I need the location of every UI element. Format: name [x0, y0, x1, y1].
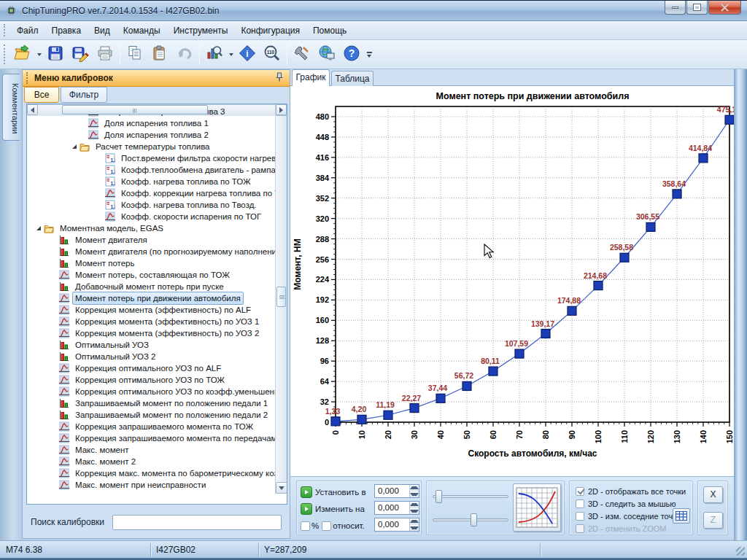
menu-правка[interactable]: Правка [45, 23, 88, 39]
tools-button[interactable] [290, 43, 314, 66]
data-point-marker[interactable] [673, 190, 681, 198]
calibration-search-input[interactable] [112, 515, 282, 530]
tree-item[interactable]: Коррекция момента (эффективность) по УОЗ… [27, 327, 275, 339]
menubar-grip[interactable] [4, 24, 7, 37]
menu-инструменты[interactable]: Инструменты [167, 23, 235, 39]
tree-item[interactable]: Момент потерь, составляющая по ТОЖ [27, 269, 275, 281]
chart-canvas[interactable]: Момент потерь при движении автомобиля032… [290, 86, 734, 476]
grid-table-button[interactable] [673, 508, 690, 524]
relative-value-spinbox[interactable]: 0,000 [374, 518, 419, 532]
pin-icon[interactable] [275, 71, 284, 85]
apply-set-button[interactable] [301, 486, 312, 498]
paste-button[interactable] [147, 43, 172, 66]
option-checkbox[interactable] [576, 487, 584, 496]
tree-item[interactable]: Коррекция оптимального УОЗ по ALF [27, 362, 275, 374]
apply-change-button[interactable] [301, 503, 312, 515]
tree-item[interactable]: Момент двигателя (по прогнозируемому нап… [27, 246, 275, 257]
save-as-button[interactable] [68, 43, 93, 66]
tree-item[interactable]: Макс. момент при неисправности [27, 479, 275, 491]
view-mode-button[interactable] [202, 43, 227, 66]
tree-item[interactable]: Доля испарения топлива 1 [27, 117, 275, 129]
view-mode-dropdown[interactable] [227, 43, 235, 66]
tree-item[interactable]: Коррекция момента (эффективность) по УОЗ… [27, 316, 275, 327]
tree-item[interactable]: Коэфф. коррекции нагрева топлива по ТС [27, 187, 275, 199]
data-point-marker[interactable] [699, 154, 708, 163]
tab-filter[interactable]: Фильтр [61, 87, 107, 103]
save-button[interactable] [43, 43, 68, 66]
tree-item[interactable]: Доля испарения топлива 2 [27, 129, 275, 141]
maximize-button[interactable] [686, 1, 708, 15]
tree-item[interactable]: Добавочный момент потерь при пуске [27, 281, 275, 292]
option-checkbox[interactable] [576, 512, 584, 521]
data-point-marker[interactable] [357, 415, 366, 424]
tree-item[interactable]: Коррекция оптимального УОЗ по коэфф.умен… [27, 386, 275, 397]
comments-side-tab[interactable]: Комментарии [2, 74, 20, 141]
tree-item[interactable]: Оптимальный УОЗ 2 [27, 351, 275, 362]
data-point-marker[interactable] [594, 281, 603, 290]
data-point-marker[interactable] [410, 404, 419, 413]
expand-arrow-icon[interactable] [36, 226, 41, 230]
tree-item[interactable]: Момент потерь [27, 257, 275, 269]
tree-item[interactable]: Макс. момент 2 [27, 456, 275, 467]
tree-item[interactable]: 1.2Коэфф. нагрева топлива по ТОЖ [27, 176, 275, 187]
data-point-marker[interactable] [515, 349, 524, 358]
scroll-down-button[interactable] [276, 482, 287, 494]
data-point-marker[interactable] [331, 417, 340, 426]
data-point-marker[interactable] [646, 222, 655, 231]
value-slider-2[interactable] [433, 513, 508, 526]
expand-arrow-icon[interactable] [72, 144, 77, 149]
data-point-marker[interactable] [489, 367, 498, 376]
tab-graph[interactable]: График [292, 69, 330, 86]
tree-item[interactable]: Момент двигателя [27, 234, 275, 246]
tree-item[interactable]: Коррекция запрашиваемого момента по ТОЖ [27, 421, 275, 432]
menu-помощь[interactable]: Помощь [306, 23, 353, 39]
toolbar-grip[interactable] [4, 44, 7, 64]
data-point-marker[interactable] [568, 306, 576, 315]
x-axis-button[interactable]: X [703, 486, 723, 503]
data-point-marker[interactable] [436, 394, 445, 402]
scroll-right-button[interactable] [276, 104, 287, 115]
relative-checkbox[interactable] [322, 521, 331, 531]
tree-item[interactable]: Коррекция момента (эффективность) по ALF [27, 304, 275, 316]
curve-preview-button[interactable] [513, 483, 561, 532]
tree-item[interactable]: Коррекция запрашиваемого момента по пере… [27, 432, 275, 444]
menu-вид[interactable]: Вид [88, 23, 117, 39]
data-point-marker[interactable] [725, 115, 734, 124]
menu-команды[interactable]: Команды [117, 23, 167, 39]
tree-item[interactable]: Макс. момент [27, 444, 275, 456]
online-button[interactable] [314, 43, 339, 66]
tree-item[interactable]: Расчет температуры топлива [27, 141, 275, 152]
resize-grip[interactable] [736, 547, 745, 556]
panel-grip[interactable] [26, 72, 30, 83]
z-axis-button[interactable]: Z [703, 512, 723, 529]
undo-button[interactable] [172, 43, 197, 66]
open-file-dropdown[interactable] [35, 43, 43, 66]
info-button[interactable]: i [235, 43, 260, 66]
data-point-marker[interactable] [620, 253, 629, 262]
change-value-spinbox[interactable]: 0,000 [374, 501, 419, 515]
value-slider-1[interactable] [433, 490, 508, 503]
tab-all[interactable]: Все [24, 87, 59, 103]
print-button[interactable] [93, 43, 117, 66]
open-file-button[interactable] [10, 43, 35, 66]
data-point-marker[interactable] [541, 330, 550, 338]
percent-checkbox[interactable] [301, 521, 310, 531]
tree-item[interactable]: Коэфф. скорости испарения по ТОГ [27, 211, 275, 222]
minimize-button[interactable] [665, 1, 686, 15]
copy-button[interactable] [123, 43, 147, 66]
scroll-thumb-horizontal[interactable] [62, 105, 208, 114]
tree-item-selected[interactable]: Момент потерь при движении автомобиля [27, 292, 275, 304]
zoom-button[interactable]: 110 [260, 43, 285, 66]
tree-item[interactable]: Коррекция оптимального УОЗ по ТОЖ [27, 374, 275, 386]
tab-table[interactable]: Таблица [331, 71, 374, 86]
menu-файл[interactable]: Файл [10, 23, 45, 39]
toolbar-overflow-button[interactable] [364, 43, 374, 66]
tree-item[interactable]: 1.2Пост.времени фильтра скорости нагрева… [27, 152, 275, 164]
scroll-left-button[interactable] [27, 104, 38, 115]
tree-item[interactable]: Запрашиваемый момент по положению педали… [27, 397, 275, 409]
tree-item[interactable]: Оптимальный УОЗ [27, 339, 275, 351]
tree-item[interactable]: 1.2Коэфф. нагрева топлива по Твозд. [27, 199, 275, 211]
set-value-spinbox[interactable]: 0,000 [374, 484, 419, 498]
tree-item[interactable]: 1.2Коэфф.теплообмена двигатель - рампа [27, 164, 275, 176]
tree-item[interactable]: Запрашиваемый момент по положению педали… [27, 409, 275, 421]
